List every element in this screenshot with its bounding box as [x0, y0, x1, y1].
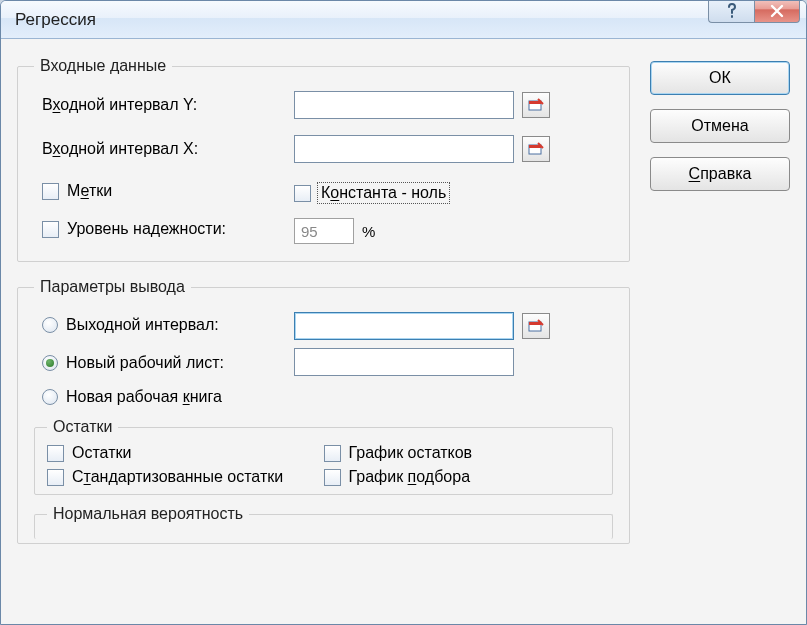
- new-worksheet-field[interactable]: [294, 348, 514, 376]
- input-x-refpicker[interactable]: [522, 136, 550, 162]
- output-options-group: Параметры вывода Выходной интервал:: [17, 278, 630, 544]
- output-range-label: Выходной интервал:: [66, 316, 219, 334]
- main-column: Входные данные Входной интервал Y:: [17, 57, 630, 624]
- checkbox-icon: [47, 445, 64, 462]
- range-picker-icon: [528, 98, 544, 112]
- input-data-group: Входные данные Входной интервал Y:: [17, 57, 630, 262]
- input-y-field[interactable]: [294, 91, 514, 119]
- input-x-field[interactable]: [294, 135, 514, 163]
- checkbox-icon: [42, 221, 59, 238]
- cancel-button[interactable]: Отмена: [650, 109, 790, 143]
- residuals-group: Остатки Остатки Стандартизованные остатк…: [34, 418, 613, 495]
- confidence-level-checkbox[interactable]: Уровень надежности:: [42, 220, 226, 238]
- standardized-residuals-checkbox[interactable]: Стандартизованные остатки: [47, 468, 324, 486]
- new-worksheet-radio[interactable]: Новый рабочий лист:: [42, 354, 224, 372]
- client-area: Входные данные Входной интервал Y:: [1, 39, 806, 624]
- range-picker-icon: [528, 319, 544, 333]
- input-y-refpicker[interactable]: [522, 92, 550, 118]
- normal-probability-group: Нормальная вероятность: [34, 505, 613, 539]
- checkbox-icon: [324, 445, 341, 462]
- residuals-legend: Остатки: [47, 418, 118, 436]
- residuals-label: Остатки: [72, 444, 131, 462]
- output-range-field[interactable]: [294, 312, 514, 340]
- checkbox-icon: [42, 183, 59, 200]
- window-title: Регрессия: [15, 10, 96, 30]
- output-options-legend: Параметры вывода: [34, 278, 191, 296]
- checkbox-icon: [47, 469, 64, 486]
- help-icon: [725, 3, 739, 19]
- normal-probability-legend: Нормальная вероятность: [47, 505, 249, 523]
- confidence-level-field[interactable]: [294, 218, 354, 244]
- radio-icon: [42, 389, 58, 405]
- regression-dialog: Регрессия Входные данные Входной интерва…: [0, 0, 807, 625]
- residual-plots-label: График остатков: [349, 444, 473, 462]
- line-fit-plots-checkbox[interactable]: График подбора: [324, 468, 601, 486]
- constant-zero-checkbox[interactable]: Константа - ноль: [294, 184, 448, 202]
- close-icon: [770, 4, 784, 18]
- residual-plots-checkbox[interactable]: График остатков: [324, 444, 601, 462]
- new-workbook-radio[interactable]: Новая рабочая книга: [42, 388, 222, 406]
- input-y-label: Входной интервал Y:: [34, 96, 294, 114]
- checkbox-icon: [294, 185, 311, 202]
- radio-icon: [42, 317, 58, 333]
- new-worksheet-label: Новый рабочий лист:: [66, 354, 224, 372]
- percent-label: %: [362, 223, 375, 240]
- input-data-legend: Входные данные: [34, 57, 172, 75]
- residuals-checkbox[interactable]: Остатки: [47, 444, 324, 462]
- output-range-refpicker[interactable]: [522, 313, 550, 339]
- output-range-radio[interactable]: Выходной интервал:: [42, 316, 219, 334]
- help-button-side[interactable]: Справка: [650, 157, 790, 191]
- titlebar-controls: [708, 0, 800, 23]
- range-picker-icon: [528, 142, 544, 156]
- titlebar: Регрессия: [1, 1, 806, 39]
- radio-icon: [42, 355, 58, 371]
- close-button[interactable]: [754, 0, 800, 23]
- confidence-level-label: Уровень надежности:: [67, 220, 226, 238]
- labels-checkbox[interactable]: Метки: [42, 182, 112, 200]
- side-buttons: ОК Отмена Справка: [650, 57, 790, 624]
- ok-button[interactable]: ОК: [650, 61, 790, 95]
- input-x-label: Входной интервал X:: [34, 140, 294, 158]
- help-button[interactable]: [708, 0, 754, 23]
- checkbox-icon: [324, 469, 341, 486]
